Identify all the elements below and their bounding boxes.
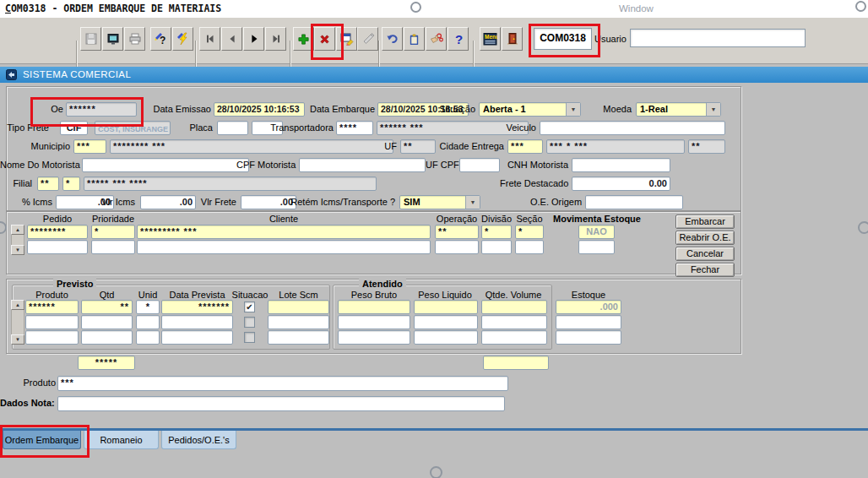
embarcar-button[interactable]: Embarcar (675, 215, 735, 229)
cliente-cell[interactable] (137, 240, 431, 254)
peso-bruto-cell[interactable] (338, 300, 410, 314)
undo-button[interactable] (382, 27, 403, 51)
secao-cell[interactable]: * (515, 225, 544, 239)
peso-bruto-cell[interactable] (338, 315, 410, 329)
unid-cell[interactable]: * (136, 300, 160, 314)
data-prevista-cell[interactable]: ******* (161, 300, 233, 314)
chevron-down-icon[interactable]: ▼ (566, 103, 580, 116)
previous-record-button[interactable] (221, 27, 242, 51)
clipboard-button[interactable] (404, 27, 425, 51)
transportadora-code-field[interactable]: **** (336, 121, 373, 135)
tipo-frete-field[interactable]: CIF (60, 121, 88, 135)
insert-record-button[interactable] (293, 27, 314, 51)
pedido-cell[interactable] (27, 240, 88, 254)
uf-cpf-field[interactable] (459, 158, 500, 172)
screen-button[interactable] (102, 27, 123, 51)
nome-motorista-field[interactable] (82, 158, 249, 172)
qtde-volume-cell[interactable] (481, 315, 547, 329)
oe-origem-field[interactable] (585, 195, 683, 209)
qtde-volume-cell[interactable] (481, 330, 547, 345)
data-emissao-field[interactable]: 28/10/2025 10:16:53 (214, 102, 305, 117)
scrollbar-track[interactable] (11, 310, 24, 334)
municipio-code-field[interactable]: *** (73, 139, 106, 154)
prioridade-cell[interactable]: * (91, 225, 135, 239)
clear-wand-button[interactable] (357, 27, 378, 51)
tab-romaneio[interactable]: Romaneio (84, 431, 159, 449)
dados-nota-field[interactable] (57, 396, 505, 411)
oe-field[interactable]: ****** (66, 102, 137, 117)
save-button[interactable] (80, 27, 101, 51)
produto-cell[interactable]: ****** (25, 300, 79, 314)
peso-bruto-cell[interactable] (338, 330, 410, 345)
produto-cell[interactable] (25, 330, 79, 345)
situacao-checkbox[interactable] (244, 317, 255, 328)
scroll-down-icon[interactable]: ▼ (11, 334, 24, 345)
unid-cell[interactable] (136, 330, 160, 345)
qtd-cell[interactable]: ** (81, 300, 133, 314)
menu-button[interactable]: Menu (480, 27, 501, 51)
cliente-cell[interactable]: ********* *** (137, 225, 431, 239)
lote-scm-cell[interactable] (268, 300, 329, 314)
help-button[interactable]: ? (448, 27, 469, 51)
peso-liquido-cell[interactable] (414, 330, 478, 345)
situacao-checkbox[interactable]: ✔ (244, 301, 255, 312)
cnh-motorista-field[interactable] (572, 158, 670, 172)
peso-liquido-cell[interactable] (414, 300, 478, 314)
vlr-icms-field[interactable]: .00 (140, 195, 196, 209)
frete-destacado-field[interactable]: 0.00 (572, 177, 670, 191)
filial-code-field[interactable]: ** (37, 177, 59, 191)
enter-query-button[interactable]: ? (150, 27, 171, 51)
situacao-checkbox[interactable] (244, 332, 255, 343)
retem-icms-dropdown[interactable]: SIM▼ (399, 195, 480, 209)
movimenta-estoque-cell: NAO (578, 225, 615, 239)
reabrir-oe-button[interactable]: Reabrir O.E. (675, 231, 735, 245)
first-record-button[interactable] (199, 27, 220, 51)
placa-field-1[interactable] (217, 121, 248, 135)
produto-footer-field[interactable]: *** (57, 376, 508, 391)
delete-record-button[interactable] (314, 27, 335, 51)
secao-cell[interactable] (515, 240, 544, 254)
prioridade-cell[interactable] (91, 240, 135, 254)
data-prevista-cell[interactable] (161, 315, 233, 329)
qtde-volume-cell[interactable] (481, 300, 547, 314)
print-button[interactable] (124, 27, 145, 51)
lote-scm-cell[interactable] (268, 315, 329, 329)
divisao-cell[interactable] (481, 240, 512, 254)
next-record-button[interactable] (243, 27, 264, 51)
filial-sub-field[interactable]: * (62, 177, 80, 191)
scroll-up-icon[interactable]: ▲ (11, 300, 24, 310)
operacao-cell[interactable] (435, 240, 479, 254)
chevron-down-icon[interactable]: ▼ (706, 103, 720, 116)
exit-button[interactable] (502, 27, 523, 51)
lote-scm-cell[interactable] (268, 330, 329, 345)
produto-cell[interactable] (25, 315, 79, 329)
pedido-cell[interactable]: ******** (27, 225, 88, 239)
tab-ordem-embarque[interactable]: Ordem Embarque (3, 431, 81, 449)
system-icon (6, 69, 17, 80)
execute-query-button[interactable] (172, 27, 193, 51)
window-menu-label[interactable]: Window (619, 3, 654, 14)
moeda-dropdown[interactable]: 1-Real▼ (636, 102, 721, 117)
last-record-button[interactable] (265, 27, 286, 51)
scrollbar-track[interactable] (11, 235, 24, 245)
unid-cell[interactable] (136, 315, 160, 329)
divisao-cell[interactable]: * (481, 225, 512, 239)
operacao-cell[interactable]: ** (435, 225, 479, 239)
veiculo-field[interactable] (540, 121, 725, 135)
cpf-motorista-field[interactable] (299, 158, 426, 172)
cancelar-button[interactable]: Cancelar (675, 247, 735, 261)
situacao-dropdown[interactable]: Aberta - 1▼ (479, 102, 581, 117)
chevron-down-icon[interactable]: ▼ (465, 196, 480, 209)
scroll-up-icon[interactable]: ▲ (11, 225, 24, 235)
peso-liquido-cell[interactable] (414, 315, 478, 329)
fechar-button[interactable]: Fechar (675, 263, 735, 277)
execute-hand-button[interactable] (426, 27, 447, 51)
qtd-cell[interactable] (81, 315, 133, 329)
cidade-entrega-code-field[interactable]: *** (507, 139, 543, 154)
tab-pedidos-oes[interactable]: Pedidos/O.E.'s (161, 431, 236, 449)
edit-window-button[interactable] (336, 27, 357, 51)
qtd-cell[interactable] (81, 330, 133, 345)
scroll-down-icon[interactable]: ▼ (11, 245, 24, 255)
data-prevista-cell[interactable] (161, 330, 233, 345)
usuario-input[interactable] (630, 29, 806, 47)
